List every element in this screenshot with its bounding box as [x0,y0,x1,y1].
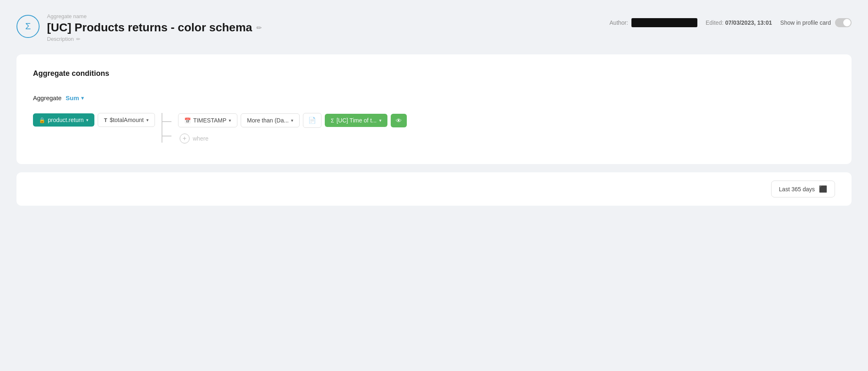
aggregate-name-label: Aggregate name [47,13,262,19]
bottom-bar: Last 365 days ⬛ [16,172,852,206]
horizontal-line-bottom [162,136,171,136]
vertical-line [162,113,162,143]
where-label: where [193,135,209,142]
field-label: $totalAmount [110,117,144,123]
header-title-block: Aggregate name [UC] Products returns - c… [47,13,262,42]
connector-container [162,113,171,143]
entity-caret-icon: ▾ [86,117,89,123]
show-profile-block: Show in profile card [780,18,852,27]
show-profile-label: Show in profile card [780,19,831,26]
author-label: Author: [610,19,628,26]
lock-icon: 🔒 [39,117,45,123]
condition-type-label: More than (Da... [247,117,289,124]
header-left: Σ Aggregate name [UC] Products returns -… [16,13,262,42]
header-area: Σ Aggregate name [UC] Products returns -… [16,13,852,42]
calendar-icon: 📅 [184,117,191,124]
field-button[interactable]: T $totalAmount ▾ [98,113,155,127]
condition-right: 📅 TIMESTAMP ▾ More than (Da... ▾ 📄 Σ [UC… [178,113,407,143]
sigma-icon: Σ [16,15,40,38]
condition-builder: 🔒 product.return ▾ T $totalAmount ▾ [33,113,835,143]
aggregate-ref-label: [UC] Time of t... [336,117,376,124]
eye-icon: 👁 [396,117,402,124]
description-label: Description [47,36,74,42]
description-edit-icon[interactable]: ✏ [76,36,80,42]
author-block: Author: [610,18,697,27]
last-days-button[interactable]: Last 365 days ⬛ [771,181,835,197]
eye-button[interactable]: 👁 [391,114,407,127]
main-card: Aggregate conditions Aggregate Sum ▾ 🔒 p… [16,54,852,164]
edited-label: Edited: [706,19,724,26]
where-plus-icon: + [183,135,186,142]
edited-date: 07/03/2023, 13:01 [725,19,772,26]
header-right: Author: Edited: 07/03/2023, 13:01 Show i… [610,18,852,27]
aggregate-conditions-title: Aggregate conditions [33,69,835,78]
timestamp-caret-icon: ▾ [229,118,231,123]
doc-button[interactable]: 📄 [303,113,321,128]
aggregate-label: Aggregate [33,94,61,101]
timestamp-label: TIMESTAMP [193,117,227,124]
where-row: + where [178,134,407,143]
doc-icon: 📄 [308,117,316,124]
aggregate-title-row: [UC] Products returns - color schema ✏ [47,21,262,34]
condition-left: 🔒 product.return ▾ T $totalAmount ▾ [33,113,155,127]
aggregate-row: Aggregate Sum ▾ [33,94,835,101]
aggregate-ref-caret-icon: ▾ [379,118,382,123]
sum-dropdown[interactable]: Sum ▾ [66,94,84,101]
horizontal-line-top [162,121,171,122]
timestamp-button[interactable]: 📅 TIMESTAMP ▾ [178,113,238,127]
page-title: [UC] Products returns - color schema [47,21,252,34]
description-row: Description ✏ [47,36,262,42]
aggregate-sigma-icon: Σ [331,117,334,124]
export-icon: ⬛ [819,185,827,193]
sum-label: Sum [66,94,79,101]
show-profile-toggle[interactable] [835,18,852,27]
entity-button[interactable]: 🔒 product.return ▾ [33,113,94,127]
sum-caret-icon: ▾ [81,95,84,101]
last-days-label: Last 365 days [779,186,815,193]
type-icon: T [104,117,107,123]
where-plus-button[interactable]: + [180,134,190,143]
condition-type-caret-icon: ▾ [291,118,293,123]
field-caret-icon: ▾ [146,117,149,123]
condition-type-button[interactable]: More than (Da... ▾ [241,113,300,127]
condition-top-line: 📅 TIMESTAMP ▾ More than (Da... ▾ 📄 Σ [UC… [178,113,407,128]
entity-label: product.return [48,117,84,123]
title-edit-icon[interactable]: ✏ [256,24,262,32]
connector-lines [162,113,171,143]
edited-block: Edited: 07/03/2023, 13:01 [706,19,772,26]
author-value [631,18,697,27]
aggregate-ref-button[interactable]: Σ [UC] Time of t... ▾ [325,114,387,127]
